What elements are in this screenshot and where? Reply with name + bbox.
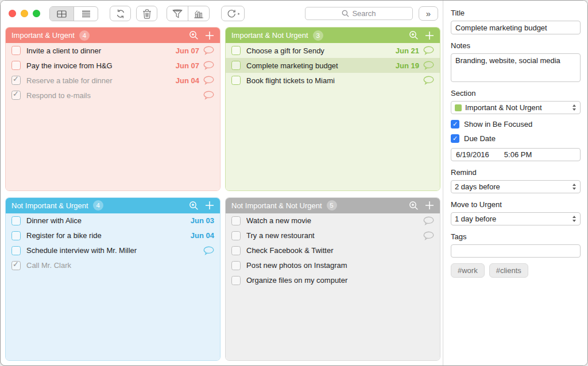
title-input[interactable]	[451, 21, 581, 34]
note-bubble-icon[interactable]	[203, 76, 214, 85]
task-row[interactable]: Organize files on my computer	[226, 273, 440, 288]
task-row[interactable]: Invite a client to dinner Jun 07	[6, 43, 220, 58]
title-field-label: Title	[451, 9, 581, 17]
quadrant-title: Important & Not Urgent	[231, 31, 308, 40]
tag-chip[interactable]: #clients	[489, 263, 528, 278]
remind-select[interactable]: 2 days before	[451, 180, 581, 193]
note-bubble-icon[interactable]	[423, 61, 434, 70]
add-task-button[interactable]	[425, 201, 434, 210]
zoom-quadrant-button[interactable]	[409, 201, 419, 211]
stepper-arrows-icon	[572, 216, 577, 222]
task-row[interactable]: Try a new restourant	[226, 228, 440, 243]
task-row[interactable]: Post new photos on Instagram	[226, 258, 440, 273]
checkbox-unchecked[interactable]	[231, 216, 241, 225]
checkbox-unchecked[interactable]	[231, 246, 241, 255]
task-row[interactable]: Check Facebook & Twitter	[226, 243, 440, 258]
checkbox-unchecked[interactable]	[11, 61, 21, 70]
checkbox-unchecked[interactable]	[231, 76, 241, 85]
grid-view-icon	[57, 10, 67, 18]
task-row[interactable]: Register for a bike ride Jun 04	[6, 228, 220, 243]
add-task-button[interactable]	[205, 31, 214, 40]
zoom-quadrant-button[interactable]	[189, 201, 199, 211]
zoom-quadrant-button[interactable]	[409, 30, 419, 40]
notes-input[interactable]: Branding, website, social media	[451, 53, 581, 82]
task-row-completed[interactable]: Respond to e-mails	[6, 88, 220, 103]
section-field-label: Section	[451, 89, 581, 98]
due-date-checkbox[interactable]: ✓	[451, 134, 459, 143]
due-date-input[interactable]: 6/19/2016 5:06 PM	[451, 148, 581, 161]
task-row[interactable]: Book flight tickets to Miami	[226, 73, 440, 88]
checkbox-unchecked[interactable]	[11, 246, 21, 255]
minimize-button[interactable]	[21, 10, 28, 17]
checkbox-unchecked[interactable]	[231, 261, 241, 270]
checkbox-checked[interactable]	[11, 76, 21, 85]
show-in-be-focused-checkbox[interactable]: ✓	[451, 120, 459, 129]
note-bubble-icon[interactable]	[203, 246, 214, 255]
task-row-selected[interactable]: Complete marketing budget Jun 19	[226, 58, 440, 73]
task-row[interactable]: Schedule interview with Mr. Miller	[6, 243, 220, 258]
due-date-label: Jun 19	[396, 61, 419, 70]
stats-button[interactable]	[188, 6, 209, 21]
tags-field-label: Tags	[451, 232, 581, 241]
zoom-window-button[interactable]	[33, 10, 40, 17]
add-task-button[interactable]	[205, 201, 214, 210]
add-task-button[interactable]	[425, 31, 434, 40]
search-icon	[342, 10, 349, 17]
view-mode-segmented-control	[49, 6, 98, 21]
section-select[interactable]: Important & Not Urgent	[451, 101, 581, 114]
task-title: Try a new restourant	[246, 231, 419, 240]
checkbox-unchecked[interactable]	[231, 231, 241, 240]
note-bubble-icon[interactable]	[423, 46, 434, 55]
due-date-label: Jun 04	[176, 76, 199, 85]
checkbox-unchecked[interactable]	[11, 231, 21, 240]
quadrant-title: Important & Urgent	[11, 31, 75, 40]
task-row[interactable]: Choose a gift for Sendy Jun 21	[226, 43, 440, 58]
zoom-quadrant-button[interactable]	[189, 30, 199, 40]
note-bubble-icon[interactable]	[203, 91, 214, 100]
note-bubble-icon[interactable]	[423, 216, 434, 225]
start-timer-button[interactable]	[221, 6, 245, 21]
sync-button[interactable]	[110, 6, 131, 21]
grid-view-button[interactable]	[50, 7, 74, 21]
checkbox-unchecked[interactable]	[11, 46, 21, 55]
task-title: Register for a bike ride	[26, 231, 186, 240]
task-row-completed[interactable]: Call Mr. Clark	[6, 258, 220, 273]
quadrant-task-list: Choose a gift for Sendy Jun 21 Complete …	[226, 43, 440, 190]
quadrant-title: Not Important & Not Urgent	[231, 201, 322, 210]
task-row-completed[interactable]: Reserve a table for dinner Jun 04	[6, 73, 220, 88]
tag-chip[interactable]: #work	[451, 263, 485, 278]
checkbox-unchecked[interactable]	[231, 276, 241, 285]
task-inspector-panel: Title Notes Branding, website, social me…	[443, 1, 587, 365]
checkbox-unchecked[interactable]	[231, 61, 241, 70]
task-row[interactable]: Dinner with Alice Jun 03	[6, 213, 220, 228]
note-bubble-icon[interactable]	[423, 76, 434, 85]
search-input[interactable]: Search	[305, 7, 413, 20]
checkbox-checked[interactable]	[11, 91, 21, 100]
task-count-badge: 4	[79, 30, 90, 41]
quadrant-important-urgent: Important & Urgent 4	[5, 27, 220, 191]
checkbox-unchecked[interactable]	[11, 216, 21, 225]
filter-button[interactable]	[167, 6, 188, 21]
task-row[interactable]: Watch a new movie	[226, 213, 440, 228]
move-to-urgent-select[interactable]: 1 day before	[451, 212, 581, 225]
task-count-badge: 4	[93, 200, 103, 211]
task-title: Complete marketing budget	[246, 61, 391, 70]
note-bubble-icon[interactable]	[203, 61, 214, 70]
due-date-label: Due Date	[464, 134, 496, 143]
close-button[interactable]	[9, 10, 16, 17]
trash-icon	[142, 9, 152, 19]
collapse-inspector-button[interactable]: »	[419, 6, 438, 21]
note-bubble-icon[interactable]	[203, 46, 214, 55]
note-bubble-icon[interactable]	[423, 231, 434, 240]
due-date-value: 6/19/2016	[456, 150, 489, 159]
checkbox-unchecked[interactable]	[231, 46, 241, 55]
delete-button[interactable]	[136, 6, 157, 21]
quadrant-not-important-not-urgent: Not Important & Not Urgent 5	[225, 197, 440, 361]
task-row[interactable]: Pay the invoice from H&G Jun 07	[6, 58, 220, 73]
quadrant-header: Important & Not Urgent 3	[226, 28, 440, 43]
section-color-swatch	[455, 104, 462, 111]
tags-input[interactable]	[451, 244, 581, 258]
list-view-button[interactable]	[74, 7, 98, 21]
task-title: Schedule interview with Mr. Miller	[26, 246, 199, 255]
checkbox-checked[interactable]	[11, 261, 21, 270]
